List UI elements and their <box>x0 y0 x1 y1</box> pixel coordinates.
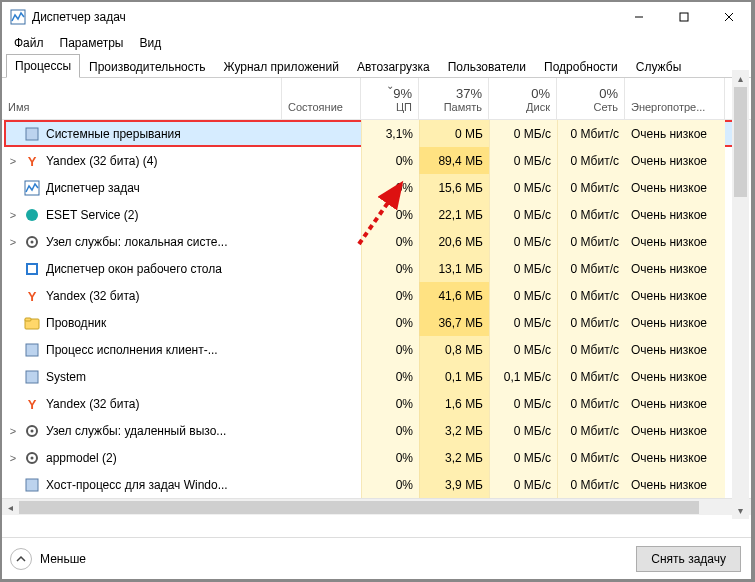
process-name-cell: >appmodel (2) <box>2 444 282 471</box>
cpu-cell: 3,1% <box>361 120 419 147</box>
fewer-details-label[interactable]: Меньше <box>40 552 86 566</box>
table-row[interactable]: Системные прерывания3,1%0 МБ0 МБ/с0 Мбит… <box>2 120 751 147</box>
svg-rect-17 <box>25 318 31 321</box>
status-cell <box>282 201 361 228</box>
fewer-details-button[interactable] <box>10 548 32 570</box>
tab-processes[interactable]: Процессы <box>6 54 80 78</box>
process-icon: Y <box>24 288 40 304</box>
disk-cell: 0 МБ/с <box>489 336 557 363</box>
expand-icon[interactable]: > <box>8 452 18 464</box>
header-disk[interactable]: 0%Диск <box>489 78 557 119</box>
table-row[interactable]: >ESET Service (2)0%22,1 МБ0 МБ/с0 Мбит/с… <box>2 201 751 228</box>
header-power[interactable]: Энергопотре... <box>625 78 725 119</box>
power-cell: Очень низкое <box>625 390 725 417</box>
header-name[interactable]: Имя <box>2 78 282 119</box>
process-icon: Y <box>24 153 40 169</box>
task-manager-window: Диспетчер задач Файл Параметры Вид Проце… <box>1 1 752 580</box>
table-row[interactable]: Диспетчер задач0%15,6 МБ0 МБ/с0 Мбит/сОч… <box>2 174 751 201</box>
network-cell: 0 Мбит/с <box>557 390 625 417</box>
table-row[interactable]: >appmodel (2)0%3,2 МБ0 МБ/с0 Мбит/сОчень… <box>2 444 751 471</box>
process-name-cell: Системные прерывания <box>2 120 282 147</box>
menu-options[interactable]: Параметры <box>52 33 132 53</box>
scroll-thumb[interactable] <box>19 501 699 514</box>
svg-rect-0 <box>11 10 25 24</box>
disk-cell: 0 МБ/с <box>489 228 557 255</box>
table-row[interactable]: YYandex (32 бита)0%1,6 МБ0 МБ/с0 Мбит/сО… <box>2 390 751 417</box>
process-name-cell: >Узел службы: удаленный вызо... <box>2 417 282 444</box>
end-task-button[interactable]: Снять задачу <box>636 546 741 572</box>
tab-apphistory[interactable]: Журнал приложений <box>215 55 348 78</box>
table-row[interactable]: >Узел службы: удаленный вызо...0%3,2 МБ0… <box>2 417 751 444</box>
maximize-button[interactable] <box>661 2 706 32</box>
tab-services[interactable]: Службы <box>627 55 690 78</box>
menu-view[interactable]: Вид <box>131 33 169 53</box>
window-title: Диспетчер задач <box>32 10 616 24</box>
status-cell <box>282 417 361 444</box>
tab-startup[interactable]: Автозагрузка <box>348 55 439 78</box>
network-cell: 0 Мбит/с <box>557 147 625 174</box>
table-row[interactable]: YYandex (32 бита)0%41,6 МБ0 МБ/с0 Мбит/с… <box>2 282 751 309</box>
menu-file[interactable]: Файл <box>6 33 52 53</box>
header-status[interactable]: Состояние <box>282 78 361 119</box>
scroll-track[interactable] <box>19 499 734 515</box>
power-cell: Очень низкое <box>625 147 725 174</box>
network-cell: 0 Мбит/с <box>557 471 625 498</box>
table-row[interactable]: >YYandex (32 бита) (4)0%89,4 МБ0 МБ/с0 М… <box>2 147 751 174</box>
memory-cell: 20,6 МБ <box>419 228 489 255</box>
network-cell: 0 Мбит/с <box>557 228 625 255</box>
header-cpu[interactable]: ⌄ 9%ЦП <box>361 78 419 119</box>
vertical-scrollbar[interactable]: ▴ ▾ <box>732 70 749 519</box>
scroll-left-icon[interactable]: ◂ <box>2 499 19 515</box>
disk-cell: 0 МБ/с <box>489 309 557 336</box>
scroll-up-icon[interactable]: ▴ <box>732 70 749 87</box>
process-name-cell: Проводник <box>2 309 282 336</box>
cpu-cell: 0% <box>361 390 419 417</box>
process-icon <box>24 369 40 385</box>
scroll-down-icon[interactable]: ▾ <box>732 502 749 519</box>
table-row[interactable]: Проводник0%36,7 МБ0 МБ/с0 Мбит/сОчень ни… <box>2 309 751 336</box>
table-row[interactable]: >Узел службы: локальная систе...0%20,6 М… <box>2 228 751 255</box>
expand-icon[interactable]: > <box>8 209 18 221</box>
memory-cell: 0 МБ <box>419 120 489 147</box>
process-name: Проводник <box>46 316 106 330</box>
power-cell: Очень низкое <box>625 417 725 444</box>
header-network[interactable]: 0%Сеть <box>557 78 625 119</box>
header-memory[interactable]: 37%Память <box>419 78 489 119</box>
memory-cell: 3,9 МБ <box>419 471 489 498</box>
process-icon <box>24 261 40 277</box>
table-row[interactable]: Хост-процесс для задач Windo...0%3,9 МБ0… <box>2 471 751 498</box>
vscroll-thumb[interactable] <box>734 87 747 197</box>
expand-icon[interactable]: > <box>8 425 18 437</box>
table-row[interactable]: System0%0,1 МБ0,1 МБ/с0 Мбит/сОчень низк… <box>2 363 751 390</box>
status-cell <box>282 282 361 309</box>
tab-performance[interactable]: Производительность <box>80 55 214 78</box>
cpu-cell: 0% <box>361 363 419 390</box>
status-cell <box>282 363 361 390</box>
close-button[interactable] <box>706 2 751 32</box>
process-name: Узел службы: удаленный вызо... <box>46 424 226 438</box>
vscroll-track[interactable] <box>732 87 749 502</box>
status-cell <box>282 309 361 336</box>
status-cell <box>282 120 361 147</box>
status-cell <box>282 444 361 471</box>
tab-users[interactable]: Пользователи <box>439 55 535 78</box>
svg-point-25 <box>31 456 34 459</box>
cpu-cell: 0% <box>361 417 419 444</box>
process-name: Yandex (32 бита) <box>46 289 139 303</box>
memory-cell: 13,1 МБ <box>419 255 489 282</box>
disk-cell: 0 МБ/с <box>489 471 557 498</box>
process-name: Диспетчер окон рабочего стола <box>46 262 222 276</box>
table-row[interactable]: Диспетчер окон рабочего стола0%13,1 МБ0 … <box>2 255 751 282</box>
process-icon <box>24 423 40 439</box>
table-row[interactable]: Процесс исполнения клиент-...0%0,8 МБ0 М… <box>2 336 751 363</box>
process-name-cell: System <box>2 363 282 390</box>
expand-icon[interactable]: > <box>8 236 18 248</box>
cpu-cell: 0% <box>361 147 419 174</box>
svg-text:Y: Y <box>28 289 37 304</box>
process-name-cell: >YYandex (32 бита) (4) <box>2 147 282 174</box>
minimize-button[interactable] <box>616 2 661 32</box>
expand-icon[interactable]: > <box>8 155 18 167</box>
network-cell: 0 Мбит/с <box>557 363 625 390</box>
horizontal-scrollbar[interactable]: ◂ ▸ <box>2 498 751 515</box>
tab-details[interactable]: Подробности <box>535 55 627 78</box>
